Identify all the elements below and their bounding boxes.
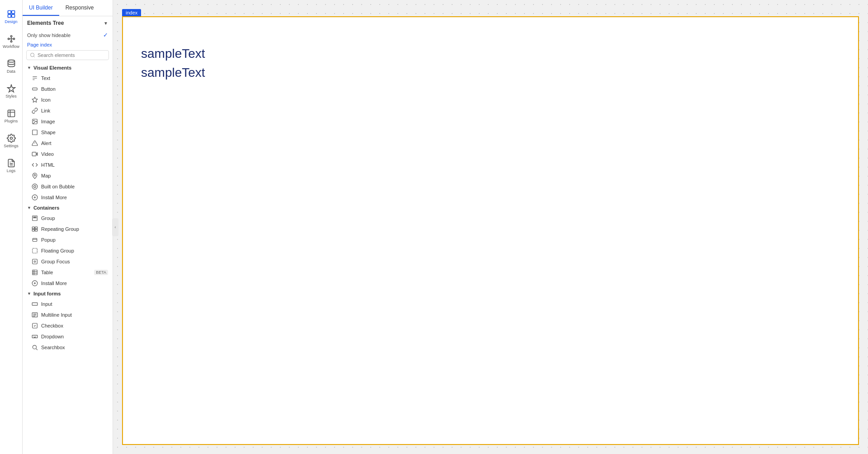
svg-rect-38 (33, 239, 37, 242)
svg-point-27 (34, 186, 36, 188)
svg-rect-49 (32, 303, 38, 305)
checkbox-icon (32, 323, 38, 329)
canvas-sample-text-2: sampleText (141, 63, 840, 82)
canvas-area[interactable]: index sampleText sampleText (113, 0, 868, 454)
element-installmore-visual-label: Install More (41, 195, 67, 200)
svg-rect-35 (35, 227, 38, 229)
element-html[interactable]: HTML (23, 159, 113, 170)
only-show-hideable-row[interactable]: Only show hideable ✓ (23, 30, 113, 41)
element-floatinggroup-label: Floating Group (41, 248, 74, 253)
svg-rect-42 (33, 270, 38, 275)
dropdown-icon (32, 333, 38, 340)
element-alert[interactable]: Alert (23, 138, 113, 149)
element-dropdown[interactable]: Dropdown (23, 331, 113, 342)
elements-list: ▼ Visual Elements Text Button Icon Link … (23, 63, 113, 454)
button-icon (32, 86, 38, 92)
element-link[interactable]: Link (23, 105, 113, 116)
nav-plugins[interactable]: Plugins (0, 104, 23, 129)
element-image-label: Image (41, 119, 55, 124)
canvas-sample-text-1: sampleText (141, 44, 840, 63)
element-video[interactable]: Video (23, 149, 113, 159)
element-multilineinput[interactable]: Multiline Input (23, 309, 113, 320)
html-icon (32, 162, 38, 168)
svg-point-7 (13, 38, 14, 39)
elements-tree-label: Elements Tree (27, 20, 64, 26)
element-text-label: Text (41, 75, 50, 81)
nav-styles[interactable]: Styles (0, 79, 23, 104)
element-installmore-container-label: Install More (41, 281, 67, 286)
table-icon (32, 269, 38, 276)
svg-line-58 (36, 349, 38, 350)
containers-section-header[interactable]: ▼ Containers (23, 203, 113, 213)
svg-point-14 (31, 53, 34, 57)
tab-responsive[interactable]: Responsive (59, 0, 100, 16)
alert-icon (32, 140, 38, 146)
element-groupfocus[interactable]: Group Focus (23, 256, 113, 267)
svg-rect-32 (33, 217, 34, 218)
page-tab[interactable]: index (122, 9, 141, 16)
page-index-link[interactable]: Page index (23, 41, 113, 50)
element-checkbox-label: Checkbox (41, 323, 63, 328)
popup-icon (32, 237, 38, 243)
element-shape[interactable]: Shape (23, 127, 113, 138)
svg-point-57 (33, 345, 36, 349)
nav-design[interactable]: Design (0, 5, 23, 29)
search-input[interactable] (38, 52, 105, 58)
svg-rect-1 (11, 11, 14, 14)
element-installmore-container[interactable]: Install More (23, 278, 113, 289)
svg-rect-37 (35, 229, 38, 231)
input-forms-chevron: ▼ (27, 291, 31, 296)
svg-point-5 (10, 36, 12, 37)
installmore-container-icon (32, 280, 38, 286)
floatinggroup-icon (32, 248, 38, 254)
element-builtonbubble[interactable]: Built on Bubble (23, 181, 113, 192)
svg-rect-33 (35, 217, 36, 218)
element-repeatinggroup[interactable]: Repeating Group (23, 224, 113, 234)
nav-data[interactable]: Data (0, 54, 23, 79)
element-link-label: Link (41, 108, 50, 113)
svg-rect-3 (11, 14, 14, 18)
element-map-label: Map (41, 173, 51, 178)
tab-ui-builder[interactable]: UI Builder (23, 0, 59, 16)
element-group[interactable]: Group (23, 213, 113, 224)
map-icon (32, 173, 38, 179)
svg-point-11 (10, 137, 12, 140)
nav-logs[interactable]: Logs (0, 154, 23, 178)
element-checkbox[interactable]: Checkbox (23, 320, 113, 331)
icon-icon (32, 97, 38, 103)
element-button[interactable]: Button (23, 84, 113, 94)
nav-settings[interactable]: Settings (0, 129, 23, 154)
svg-rect-16 (33, 88, 38, 90)
collapse-elements-tree-icon[interactable]: ▼ (104, 21, 108, 26)
groupfocus-icon (32, 258, 38, 265)
video-icon (32, 151, 38, 157)
search-icon (30, 52, 35, 58)
search-box (26, 50, 109, 60)
canvas-text-content: sampleText sampleText (123, 17, 858, 109)
element-multilineinput-label: Multiline Input (41, 312, 72, 318)
element-input[interactable]: Input (23, 299, 113, 309)
svg-rect-20 (33, 130, 38, 135)
element-map[interactable]: Map (23, 170, 113, 181)
element-popup[interactable]: Popup (23, 234, 113, 245)
svg-point-26 (32, 184, 38, 189)
element-searchbox[interactable]: Searchbox (23, 342, 113, 353)
element-text[interactable]: Text (23, 73, 113, 84)
table-beta-badge: BETA (94, 270, 108, 275)
element-dropdown-label: Dropdown (41, 334, 64, 339)
element-icon[interactable]: Icon (23, 94, 113, 105)
canvas-frame[interactable]: sampleText sampleText (122, 16, 859, 445)
panel-collapse-button[interactable]: ‹ (112, 218, 118, 236)
element-image[interactable]: Image (23, 116, 113, 127)
containers-chevron: ▼ (27, 206, 31, 210)
nav-settings-label: Settings (4, 144, 19, 149)
element-html-label: HTML (41, 162, 55, 168)
element-floatinggroup[interactable]: Floating Group (23, 245, 113, 256)
element-table[interactable]: Table BETA (23, 267, 113, 278)
nav-workflow[interactable]: Workflow (0, 29, 23, 54)
element-table-label: Table (41, 270, 53, 275)
svg-rect-23 (32, 152, 36, 156)
input-forms-section-header[interactable]: ▼ Input forms (23, 289, 113, 299)
element-installmore-visual[interactable]: Install More (23, 192, 113, 203)
visual-elements-section-header[interactable]: ▼ Visual Elements (23, 63, 113, 73)
